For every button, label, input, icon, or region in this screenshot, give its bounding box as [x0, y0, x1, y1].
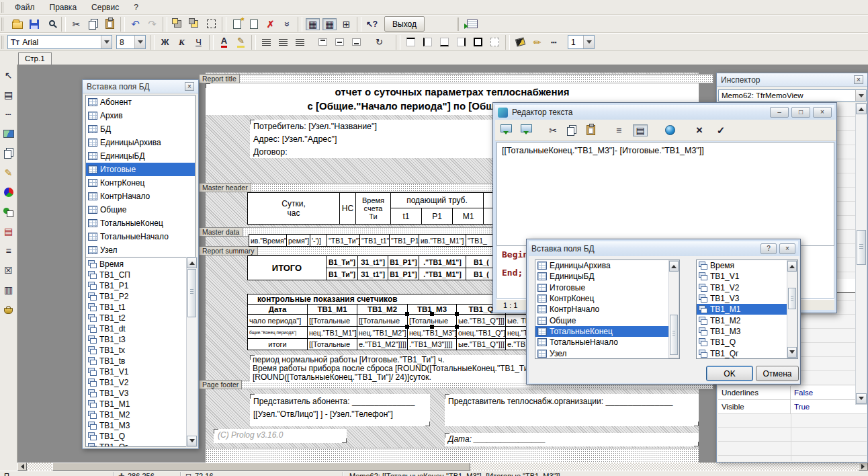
open-button[interactable] — [9, 16, 25, 32]
paste-button[interactable] — [582, 122, 599, 138]
valign-top-button[interactable] — [315, 34, 331, 50]
table-item[interactable]: ТотальныеКонец — [86, 216, 195, 230]
field-item[interactable]: ТВ1_V1 — [86, 366, 186, 377]
rotate-text-button[interactable]: ↻ — [372, 34, 387, 50]
selection-handle[interactable] — [405, 312, 409, 316]
align-left-button[interactable] — [259, 34, 274, 50]
summary-cell[interactable]: В1_Ти"] — [326, 268, 358, 280]
text-editor-textarea[interactable]: [[ТотальныеКонец."ТВ1_М3"]- [Итоговые."Т… — [496, 142, 834, 246]
table-item[interactable]: ЕдиницыАрхива — [535, 260, 679, 271]
control-cell[interactable]: итоги — [247, 338, 308, 350]
summary-cell[interactable]: З1_t1"] — [357, 268, 388, 280]
scroll-up-icon[interactable] — [856, 104, 867, 114]
field-item[interactable]: ТВ1_t1 — [86, 302, 186, 313]
insert-object-button[interactable] — [246, 16, 261, 32]
field-item[interactable]: ТВ1_V3 — [697, 293, 797, 304]
data-cell[interactable]: '-')] — [310, 234, 327, 247]
field-item[interactable]: ТВ1_V2 — [86, 377, 186, 388]
frame-none-button[interactable] — [487, 34, 503, 50]
word-wrap-button[interactable]: ▤ — [632, 122, 648, 138]
menu-item[interactable]: Сервис — [84, 0, 126, 15]
table-item[interactable]: Архив — [86, 109, 195, 122]
selection-handle[interactable] — [430, 325, 434, 329]
table-item[interactable]: ТотальныеНачало — [535, 337, 679, 348]
close-icon[interactable]: × — [854, 75, 863, 84]
underline-button[interactable]: Ч — [191, 34, 206, 50]
copyright-memo[interactable]: (C) Prolog v3.16.0 — [214, 429, 347, 443]
scrollbar-thumb[interactable] — [187, 269, 196, 317]
field-item[interactable]: ТВ1_tx — [86, 345, 186, 356]
scroll-down-icon[interactable] — [187, 436, 197, 446]
footer-right-memo[interactable]: Представитель теплоснабж.организации: __… — [445, 394, 699, 426]
field-item[interactable]: ТВ1_t3 — [86, 334, 186, 345]
table-item[interactable]: Общие — [535, 315, 679, 325]
scroll-up-icon[interactable] — [787, 261, 797, 272]
fields-scrollbar[interactable] — [186, 257, 198, 447]
field-item[interactable]: ТВ1_Р2 — [86, 291, 186, 302]
grid-button[interactable]: ▦ — [305, 16, 320, 32]
data-cell[interactable]: ремя"] — [286, 234, 310, 247]
selection-handle[interactable] — [455, 325, 459, 329]
header-cell-day[interactable]: Сутки,час — [247, 192, 340, 225]
frame-left-button[interactable] — [420, 34, 435, 50]
cancel-button[interactable]: × — [691, 122, 707, 138]
maximize-icon[interactable]: □ — [791, 107, 810, 118]
highlight-button[interactable]: ✎ — [233, 34, 249, 50]
menu-item[interactable]: Файл — [7, 0, 42, 15]
control-header-cell[interactable]: ТВ1_М2 — [357, 304, 408, 315]
chevron-down-icon[interactable] — [134, 36, 145, 48]
help-icon[interactable]: ? — [761, 243, 777, 254]
control-cell[interactable]: чало периода"] — [247, 314, 308, 327]
text-tool[interactable]: ▤ — [1, 87, 16, 102]
band-report-title[interactable]: Report title — [199, 74, 713, 83]
field-item[interactable]: ТВ1_V3 — [86, 388, 186, 399]
header-cell-ns[interactable]: НС — [339, 192, 356, 225]
scroll-left-icon[interactable] — [17, 463, 27, 471]
save-button[interactable] — [26, 16, 42, 32]
frame-style-button[interactable]: ┅ — [546, 34, 562, 50]
bring-front-button[interactable] — [170, 16, 185, 32]
scrollbar-thumb[interactable] — [52, 463, 470, 471]
chart-tool[interactable] — [1, 185, 16, 200]
field-item[interactable]: ТВ1_М2 — [697, 315, 797, 325]
frame-all-button[interactable] — [470, 34, 486, 50]
horizontal-scrollbar[interactable] — [17, 463, 868, 471]
table-item[interactable]: ЕдиницыАрхива — [86, 136, 195, 149]
table-item[interactable]: ТотальныеНачало — [86, 230, 195, 243]
table-item[interactable]: ЕдиницыБД — [535, 271, 679, 282]
cut-button[interactable]: ✂ — [69, 16, 84, 32]
summary-cell[interactable]: З1_t1"] — [357, 255, 388, 268]
tables-list[interactable]: Абонент Архив БД ЕдиницыАрхива ЕдиницыБД… — [85, 95, 196, 258]
memo-tool[interactable]: ≡ — [1, 243, 16, 258]
field-item[interactable]: ТВ1_dt — [86, 323, 186, 334]
cancel-button[interactable]: Отмена — [756, 366, 799, 381]
inspector-object-combo[interactable]: Memo62: TfrMemoView — [718, 89, 867, 102]
table-item[interactable]: Узел — [535, 348, 679, 358]
align-right-button[interactable] — [292, 34, 308, 50]
scroll-right-icon[interactable] — [859, 463, 868, 471]
summary-label-cell[interactable]: ИТОГО — [247, 255, 327, 280]
cut-button[interactable]: ✂ — [545, 122, 561, 138]
ok-button[interactable]: OK — [706, 366, 753, 381]
dialog-tables-scrollbar[interactable] — [668, 260, 679, 358]
db-field-panel-titlebar[interactable]: Вставка поля БД × — [83, 80, 198, 93]
field-item[interactable]: ТВ1_V2 — [697, 282, 797, 293]
scrollbar-thumb[interactable] — [857, 230, 866, 265]
control-cell[interactable]: бщие."Конец периода"] — [247, 326, 308, 339]
table-item[interactable]: КонтрКонец — [86, 176, 195, 190]
delete-button[interactable]: ✗ — [263, 16, 278, 32]
control-cell[interactable]: [[Тотальные — [357, 314, 408, 327]
field-item[interactable]: ТВ1_Qг — [86, 442, 186, 447]
insert-expression-button[interactable] — [518, 122, 534, 138]
db-connection-button[interactable] — [465, 16, 480, 32]
toolbar-grip[interactable] — [1, 17, 6, 31]
copy-button[interactable] — [85, 16, 101, 32]
close-icon[interactable]: × — [813, 107, 832, 118]
scrollbar-thumb[interactable] — [670, 315, 678, 355]
header-cell-time[interactable]: ВремясчетаТи — [355, 192, 391, 225]
control-cell[interactable]: [[Тотальные — [307, 314, 357, 327]
menu-item[interactable]: Правка — [42, 0, 85, 15]
select-area-button[interactable] — [204, 16, 219, 32]
table-item[interactable]: КонтрНачало — [535, 304, 679, 315]
field-item[interactable]: ТВ1_М1 — [86, 399, 186, 409]
